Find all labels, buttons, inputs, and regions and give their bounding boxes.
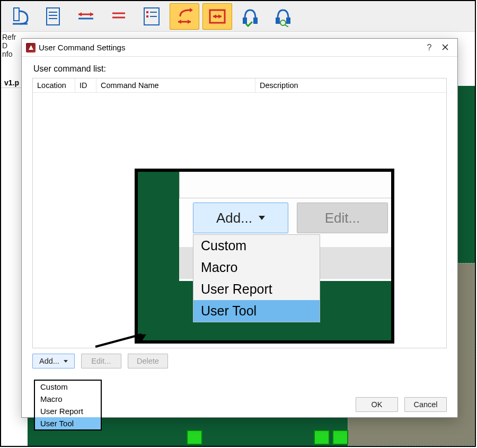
ribbon-btn-4[interactable] <box>104 3 134 30</box>
table-header: Location ID Command Name Description <box>33 78 446 93</box>
menu-item-custom[interactable]: Custom <box>193 235 320 257</box>
dialog-footer: OK Cancel <box>356 397 447 412</box>
callout-add-button[interactable]: Add... <box>193 203 288 233</box>
ribbon-btn-9[interactable] <box>268 3 298 30</box>
column-description[interactable]: Description <box>255 78 446 92</box>
app-icon <box>26 43 36 52</box>
add-button[interactable]: Add... <box>32 354 75 368</box>
svg-rect-0 <box>14 8 19 21</box>
page-lines-icon <box>42 6 64 27</box>
menu-item-macro[interactable]: Macro <box>193 257 320 278</box>
ribbon-btn-1[interactable] <box>5 3 35 30</box>
column-command-name[interactable]: Command Name <box>96 78 255 92</box>
ribbon-btn-6[interactable] <box>170 3 199 30</box>
svg-marker-19 <box>178 20 181 24</box>
board-component <box>332 430 348 445</box>
ribbon-btn-5[interactable] <box>137 3 166 30</box>
menu-item-user-report[interactable]: User Report <box>35 405 101 417</box>
svg-rect-14 <box>146 15 148 17</box>
close-icon <box>442 44 448 50</box>
svg-line-30 <box>285 25 288 27</box>
help-button[interactable]: ? <box>421 43 437 52</box>
checklist-icon <box>141 6 162 27</box>
file-tab[interactable]: v1.p <box>1 78 23 88</box>
ok-button[interactable]: OK <box>356 397 398 412</box>
ribbon-btn-3[interactable] <box>71 3 101 30</box>
undo-h-icon <box>174 6 195 27</box>
board-component <box>187 430 202 445</box>
table-action-row: Add... Edit... Delete <box>32 354 447 368</box>
board-component <box>314 430 330 445</box>
arrows-h-icon <box>75 6 96 27</box>
svg-rect-26 <box>253 17 258 24</box>
svg-point-29 <box>280 20 286 25</box>
zoom-callout: Add... Edit... Custom Macro User Report … <box>135 169 394 344</box>
svg-marker-8 <box>78 12 82 16</box>
menu-item-user-report[interactable]: User Report <box>193 278 320 300</box>
microscope-icon <box>10 6 31 27</box>
delete-button: Delete <box>128 354 168 368</box>
dialog-titlebar[interactable]: User Command Settings ? <box>22 39 457 57</box>
svg-rect-25 <box>243 17 247 24</box>
svg-marker-20 <box>188 20 191 24</box>
cancel-button[interactable]: Cancel <box>404 397 447 412</box>
menu-item-user-tool[interactable]: User Tool <box>193 300 320 322</box>
dialog-title: User Command Settings <box>39 43 421 52</box>
arrows-h-alt-icon <box>108 6 129 27</box>
edit-button: Edit... <box>81 354 121 368</box>
ribbon-btn-8[interactable] <box>235 3 265 30</box>
svg-rect-27 <box>276 17 280 24</box>
ribbon-btn-2[interactable] <box>38 3 68 30</box>
headset-search-icon <box>272 6 294 27</box>
callout-add-menu: Custom Macro User Report User Tool <box>193 234 320 322</box>
svg-rect-13 <box>146 11 148 13</box>
menu-item-macro[interactable]: Macro <box>35 393 101 405</box>
chevron-down-icon <box>64 360 68 363</box>
ribbon-btn-7[interactable] <box>202 3 232 30</box>
svg-marker-24 <box>218 14 222 19</box>
add-menu: Custom Macro User Report User Tool <box>34 380 102 431</box>
callout-edit-button: Edit... <box>297 203 388 233</box>
list-label: User command list: <box>33 64 446 74</box>
svg-marker-9 <box>90 12 93 16</box>
column-id[interactable]: ID <box>75 78 96 92</box>
svg-marker-17 <box>190 8 193 12</box>
headset-check-icon <box>240 6 261 27</box>
svg-marker-31 <box>29 45 33 50</box>
svg-marker-23 <box>213 14 216 19</box>
svg-rect-2 <box>47 8 59 25</box>
column-location[interactable]: Location <box>33 78 75 92</box>
menu-item-user-tool[interactable]: User Tool <box>35 417 101 429</box>
svg-rect-28 <box>286 17 290 24</box>
rect-h-icon <box>207 6 228 27</box>
close-button[interactable] <box>437 43 453 52</box>
menu-item-custom[interactable]: Custom <box>35 381 101 393</box>
chevron-down-icon <box>259 216 265 220</box>
ribbon <box>1 1 475 32</box>
